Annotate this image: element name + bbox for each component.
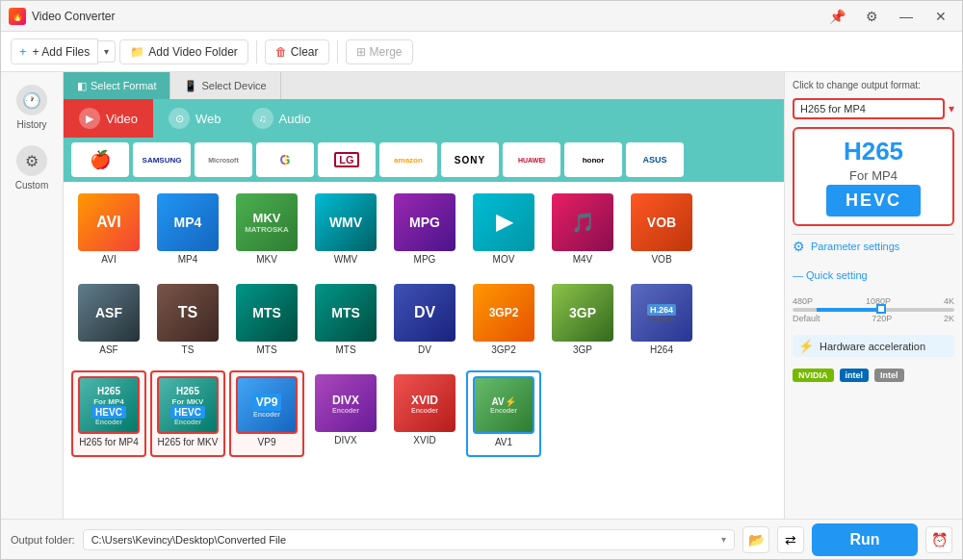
sony-logo: SONY <box>455 155 485 165</box>
minimize-button[interactable]: — <box>893 7 920 26</box>
transfer-button[interactable]: ⇄ <box>777 526 804 553</box>
add-files-label: + Add Files <box>33 45 91 59</box>
category-tab-video[interactable]: ▶ Video <box>64 99 153 138</box>
merge-button[interactable]: ⊞ Merge <box>346 39 413 64</box>
format-mpg[interactable]: MPG MPG <box>387 190 462 276</box>
divx-content: DIVX Encoder <box>332 394 359 414</box>
format-3gp2[interactable]: 3GP2 3GP2 <box>466 280 541 367</box>
mpg-thumb: MPG <box>394 193 455 251</box>
huawei-logo: HUAWEI <box>518 157 545 164</box>
close-button[interactable]: ✕ <box>927 7 954 26</box>
output-path-text: C:\Users\Kevincy\Desktop\Converted File <box>91 534 286 546</box>
format-select-value: H265 for MP4 <box>800 103 866 115</box>
format-h265mp4[interactable]: H265 For MP4 HEVC Encoder H265 for MP4 <box>71 370 146 457</box>
asf-thumb: ASF <box>78 284 140 342</box>
intel-badge-1[interactable]: intel <box>840 369 870 382</box>
category-tabs: ▶ Video ⊙ Web ♫ Audio <box>64 99 784 138</box>
mp4-label: MP4 <box>178 254 198 265</box>
select-format-tab[interactable]: ◧ Select Format <box>64 72 170 99</box>
brand-amazon[interactable]: amazon <box>379 142 437 177</box>
format-select-row: H265 for MP4 ▾ <box>793 98 954 119</box>
format-3gp[interactable]: 3GP 3GP <box>545 280 620 367</box>
format-mov[interactable]: ▶ MOV <box>466 190 541 276</box>
pin-button[interactable]: 📌 <box>823 7 850 26</box>
mov-thumb: ▶ <box>473 193 534 251</box>
format-mkv[interactable]: MKV MATROSKA MKV <box>229 190 304 276</box>
m4v-thumb: 🎵 <box>552 193 613 251</box>
format-mts2[interactable]: MTS MTS <box>308 280 383 367</box>
h264-encoder: Encoder <box>648 316 675 322</box>
format-vp9[interactable]: VP9 Encoder VP9 <box>229 370 304 457</box>
brand-asus[interactable]: ASUS <box>626 142 684 177</box>
add-video-folder-button[interactable]: 📁 Add Video Folder <box>119 39 248 64</box>
category-tab-web[interactable]: ⊙ Web <box>153 99 237 138</box>
slider-thumb[interactable] <box>876 304 886 314</box>
param-settings-row[interactable]: ⚙ Parameter settings <box>793 234 954 258</box>
mkv-label: MKV <box>256 254 277 265</box>
param-settings-label: Parameter settings <box>811 241 899 252</box>
select-device-label: Select Device <box>201 80 266 91</box>
marker-720p: 720P <box>872 314 892 323</box>
format-h265mkv[interactable]: H265 For MKV HEVC Encoder H265 for MKV <box>150 370 225 457</box>
output-path-input[interactable]: C:\Users\Kevincy\Desktop\Converted File … <box>83 529 735 550</box>
format-avi[interactable]: AVI AVI <box>71 190 146 276</box>
select-device-tab[interactable]: 📱 Select Device <box>170 72 280 99</box>
plus-icon: + <box>19 44 27 59</box>
sidebar-item-history[interactable]: 🕐 History <box>3 77 61 138</box>
intel-badge-2[interactable]: Intel <box>874 369 904 382</box>
av1-label: AV1 <box>495 437 512 447</box>
3gp-label: 3GP <box>573 344 592 355</box>
avi-label: AVI <box>101 254 116 265</box>
format-device-tabs: ◧ Select Format 📱 Select Device <box>64 72 784 99</box>
quality-slider-track[interactable] <box>793 308 954 312</box>
brand-samsung[interactable]: SAMSUNG <box>133 142 191 177</box>
add-files-dropdown[interactable]: ▾ <box>98 40 116 63</box>
format-asf[interactable]: ASF ASF <box>71 280 146 367</box>
h265mp4-content: H265 For MP4 HEVC Encoder <box>90 384 128 427</box>
add-files-group: + + Add Files ▾ <box>11 38 116 64</box>
3gp2-label: 3GP2 <box>491 344 516 355</box>
folder-icon: 📁 <box>130 45 144 59</box>
mts-label: MTS <box>256 344 276 355</box>
format-h264[interactable]: H.264 Encoder H264 <box>624 280 699 367</box>
h264-badge: H.264 <box>647 304 676 316</box>
alarm-button[interactable]: ⏰ <box>925 526 952 553</box>
format-wmv[interactable]: WMV WMV <box>308 190 383 276</box>
format-preview-box: H265 For MP4 HEVC <box>793 127 954 226</box>
clear-button[interactable]: 🗑 Clear <box>265 39 329 64</box>
category-brand-section: ▶ Video ⊙ Web ♫ Audio 🍎 <box>64 99 784 182</box>
format-vob[interactable]: VOB VOB <box>624 190 699 276</box>
brand-google[interactable]: G <box>256 142 314 177</box>
run-button[interactable]: Run <box>812 523 918 556</box>
sidebar-item-custom[interactable]: ⚙ Custom <box>3 138 61 198</box>
samsung-logo: SAMSUNG <box>143 156 182 165</box>
merge-label: Merge <box>370 45 403 59</box>
category-tab-audio[interactable]: ♫ Audio <box>237 99 326 138</box>
brand-microsoft[interactable]: Microsoft <box>195 142 252 177</box>
hardware-acceleration-toggle[interactable]: ⚡ Hardware acceleration <box>793 335 954 357</box>
format-select-dropdown[interactable]: H265 for MP4 <box>793 98 945 119</box>
brand-apple[interactable]: 🍎 <box>71 142 129 177</box>
brand-lg[interactable]: LG <box>318 142 376 177</box>
brand-huawei[interactable]: HUAWEI <box>503 142 560 177</box>
brand-sony[interactable]: SONY <box>441 142 499 177</box>
audio-tab-icon: ♫ <box>252 108 273 129</box>
quick-setting-label: — Quick setting <box>793 266 954 285</box>
custom-icon-container: ⚙ <box>16 145 47 176</box>
format-dv[interactable]: DV DV <box>387 280 462 367</box>
format-mts[interactable]: MTS MTS <box>229 280 304 367</box>
nvidia-badge[interactable]: NVIDIA <box>793 369 834 382</box>
format-m4v[interactable]: 🎵 M4V <box>545 190 620 276</box>
brand-honor[interactable]: honor <box>564 142 622 177</box>
format-av1[interactable]: AV⚡ Encoder AV1 <box>466 370 541 457</box>
add-files-button[interactable]: + + Add Files <box>11 38 98 64</box>
format-xvid[interactable]: XVID Encoder XVID <box>387 370 462 457</box>
video-tab-label: Video <box>106 112 138 126</box>
format-ts[interactable]: TS TS <box>150 280 225 367</box>
format-divx[interactable]: DIVX Encoder DIVX <box>308 370 383 457</box>
label-4k: 4K <box>944 296 954 306</box>
open-folder-button[interactable]: 📂 <box>742 526 769 553</box>
format-mp4[interactable]: MP4 MP4 <box>150 190 225 276</box>
settings-title-button[interactable]: ⚙ <box>858 7 885 26</box>
vob-thumb: VOB <box>631 193 692 251</box>
